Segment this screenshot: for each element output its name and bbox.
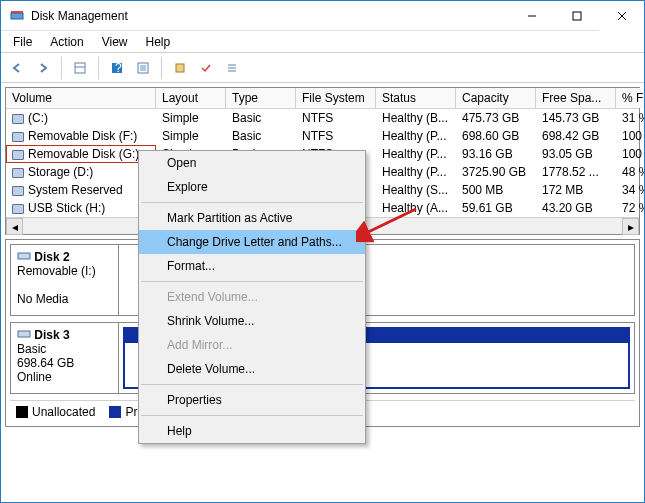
ctx-help[interactable]: Help (139, 419, 365, 443)
scroll-left-button[interactable]: ◂ (6, 218, 23, 235)
col-status[interactable]: Status (376, 88, 456, 108)
col-free[interactable]: Free Spa... (536, 88, 616, 108)
back-button[interactable] (5, 56, 29, 80)
col-capacity[interactable]: Capacity (456, 88, 536, 108)
svg-rect-11 (140, 65, 146, 71)
ctx-add-mirror: Add Mirror... (139, 333, 365, 357)
window-titlebar: Disk Management (1, 1, 644, 31)
svg-rect-16 (18, 253, 30, 259)
disk2-info: Disk 2 Removable (I:) No Media (11, 245, 119, 315)
ctx-properties[interactable]: Properties (139, 388, 365, 412)
col-pct[interactable]: % Free (616, 88, 645, 108)
help-button[interactable]: ? (105, 56, 129, 80)
disk3-info: Disk 3 Basic 698.64 GB Online (11, 323, 119, 393)
view-button[interactable] (68, 56, 92, 80)
ctx-mark-active[interactable]: Mark Partition as Active (139, 206, 365, 230)
col-fs[interactable]: File System (296, 88, 376, 108)
toolbar: ? (1, 53, 644, 83)
forward-button[interactable] (31, 56, 55, 80)
ctx-change-drive-letter[interactable]: Change Drive Letter and Paths... (139, 230, 365, 254)
disk3-status: Online (17, 370, 52, 384)
svg-rect-1 (11, 11, 23, 13)
ctx-explore[interactable]: Explore (139, 175, 365, 199)
minimize-button[interactable] (509, 1, 554, 31)
disk3-name: Disk 3 (34, 328, 69, 342)
svg-rect-6 (75, 63, 85, 73)
disk-icon (17, 250, 31, 264)
svg-rect-0 (11, 13, 23, 19)
list-button[interactable] (220, 56, 244, 80)
disk3-type: Basic (17, 342, 46, 356)
disk2-media: No Media (17, 292, 68, 306)
context-menu: Open Explore Mark Partition as Active Ch… (138, 150, 366, 444)
svg-rect-12 (176, 64, 184, 72)
table-row[interactable]: Removable Disk (F:)SimpleBasicNTFSHealth… (6, 127, 639, 145)
menu-view[interactable]: View (94, 33, 136, 51)
ctx-delete[interactable]: Delete Volume... (139, 357, 365, 381)
col-volume[interactable]: Volume (6, 88, 156, 108)
close-button[interactable] (599, 1, 644, 31)
ctx-extend: Extend Volume... (139, 285, 365, 309)
maximize-button[interactable] (554, 1, 599, 31)
svg-rect-3 (573, 12, 581, 20)
svg-rect-17 (18, 331, 30, 337)
app-icon (9, 8, 25, 24)
table-row[interactable]: (C:)SimpleBasicNTFSHealthy (B...475.73 G… (6, 109, 639, 127)
menubar: File Action View Help (1, 31, 644, 53)
check-button[interactable] (194, 56, 218, 80)
column-headers: Volume Layout Type File System Status Ca… (6, 88, 639, 109)
disk3-size: 698.64 GB (17, 356, 74, 370)
ctx-shrink[interactable]: Shrink Volume... (139, 309, 365, 333)
col-layout[interactable]: Layout (156, 88, 226, 108)
scroll-right-button[interactable]: ▸ (622, 218, 639, 235)
ctx-format[interactable]: Format... (139, 254, 365, 278)
disk2-type: Removable (I:) (17, 264, 96, 278)
menu-file[interactable]: File (5, 33, 40, 51)
settings-button[interactable] (168, 56, 192, 80)
refresh-button[interactable] (131, 56, 155, 80)
disk2-name: Disk 2 (34, 250, 69, 264)
disk-icon (17, 328, 31, 342)
svg-text:?: ? (115, 61, 122, 75)
menu-action[interactable]: Action (42, 33, 91, 51)
window-title: Disk Management (31, 9, 509, 23)
menu-help[interactable]: Help (138, 33, 179, 51)
legend-unallocated: Unallocated (16, 405, 95, 419)
ctx-open[interactable]: Open (139, 151, 365, 175)
col-type[interactable]: Type (226, 88, 296, 108)
